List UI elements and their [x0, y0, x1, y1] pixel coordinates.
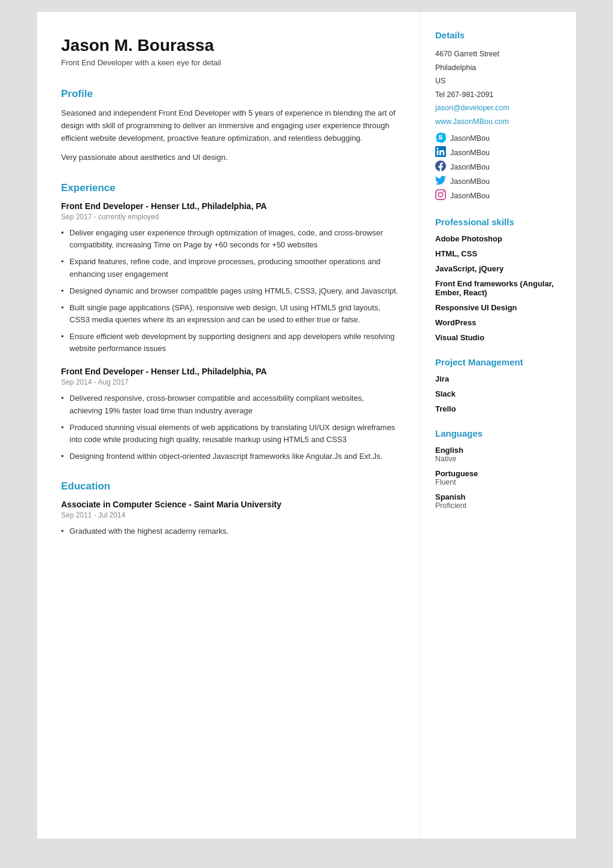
- job-block-1: Front End Developer - Henser Ltd., Phila…: [61, 201, 399, 355]
- language-level: Native: [435, 455, 561, 463]
- bullet-item: Produced stunning visual elements of web…: [61, 422, 399, 446]
- project-management-title: Project Management: [435, 357, 561, 367]
- facebook-handle: JasonMBou: [450, 163, 490, 171]
- skill-item: Visual Studio: [435, 333, 561, 342]
- job-bullets-2: Delivered responsive, cross-browser comp…: [61, 392, 399, 462]
- edu-bullets-1: Graduated with the highest academy remar…: [61, 525, 399, 537]
- language-name: Spanish: [435, 492, 561, 501]
- edu-bullet-item: Graduated with the highest academy remar…: [61, 525, 399, 537]
- social-row-instagram: JasonMBou: [435, 189, 561, 202]
- skype-handle: JasonMBou: [450, 134, 490, 143]
- bullet-item: Deliver engaging user experience through…: [61, 227, 399, 251]
- socials-list: JasonMBouJasonMBouJasonMBouJasonMBouJaso…: [435, 132, 561, 202]
- linkedin-handle: JasonMBou: [450, 149, 490, 157]
- tool-item: Jira: [435, 374, 561, 383]
- bullet-item: Delivered responsive, cross-browser comp…: [61, 392, 399, 416]
- languages-list: EnglishNativePortugueseFluentSpanishProf…: [435, 446, 561, 510]
- skill-item: Front End frameworks (Angular, Ember, Re…: [435, 279, 561, 297]
- skill-item: Responsive UI Design: [435, 303, 561, 312]
- professional-skills-title: Professional skills: [435, 217, 561, 227]
- profile-paragraph-2: Very passionate about aesthetics and UI …: [61, 152, 399, 164]
- job-block-2: Front End Developer - Henser Ltd., Phila…: [61, 367, 399, 462]
- facebook-icon: [435, 161, 446, 173]
- bullet-item: Expand features, refine code, and improv…: [61, 256, 399, 280]
- job-dates-2: Sep 2014 - Aug 2017: [61, 378, 399, 386]
- languages-title: Languages: [435, 428, 561, 438]
- language-level: Proficient: [435, 501, 561, 510]
- job-bullets-1: Deliver engaging user experience through…: [61, 227, 399, 355]
- side-column: Details 4670 Garrett Street Philadelphia…: [420, 12, 576, 839]
- skill-item: HTML, CSS: [435, 249, 561, 258]
- bullet-item: Built single page applications (SPA), re…: [61, 302, 399, 326]
- skill-item: Adobe Photoshop: [435, 234, 561, 243]
- instagram-icon: [435, 189, 446, 202]
- details-section-title: Details: [435, 30, 561, 40]
- address-line1: 4670 Garrett Street: [435, 47, 561, 61]
- edu-title-1: Associate in Computer Science - Saint Ma…: [61, 500, 399, 509]
- job-title-1: Front End Developer - Henser Ltd., Phila…: [61, 201, 399, 211]
- profile-section-title: Profile: [61, 88, 399, 100]
- education-block-1: Associate in Computer Science - Saint Ma…: [61, 500, 399, 537]
- bullet-item: Designing frontend within object-oriente…: [61, 450, 399, 462]
- tel: Tel 267-981-2091: [435, 88, 561, 102]
- address-line2: Philadelphia: [435, 61, 561, 75]
- profile-paragraph-1: Seasoned and independent Front End Devel…: [61, 107, 399, 144]
- language-name: Portuguese: [435, 469, 561, 478]
- twitter-icon: [435, 175, 446, 187]
- resume-container: Jason M. Bourassa Front End Developer wi…: [37, 12, 576, 839]
- main-column: Jason M. Bourassa Front End Developer wi…: [37, 12, 420, 839]
- job-title-2: Front End Developer - Henser Ltd., Phila…: [61, 367, 399, 376]
- instagram-handle: JasonMBou: [450, 192, 490, 200]
- tools-list: JiraSlackTrello: [435, 374, 561, 413]
- language-name: English: [435, 446, 561, 455]
- social-row-linkedin: JasonMBou: [435, 146, 561, 159]
- job-dates-1: Sep 2017 - currently employed: [61, 213, 399, 221]
- skype-icon: [435, 132, 446, 144]
- address-line3: US: [435, 74, 561, 88]
- education-section-title: Education: [61, 480, 399, 492]
- tool-item: Slack: [435, 389, 561, 398]
- skills-list: Adobe PhotoshopHTML, CSSJavaScript, jQue…: [435, 234, 561, 342]
- skill-item: JavaScript, jQuery: [435, 264, 561, 273]
- tool-item: Trello: [435, 404, 561, 413]
- social-row-skype: JasonMBou: [435, 132, 561, 144]
- linkedin-icon: [435, 146, 446, 159]
- experience-section-title: Experience: [61, 182, 399, 194]
- email-link[interactable]: jason@developer.com: [435, 101, 561, 115]
- candidate-tagline: Front End Developer with a keen eye for …: [61, 58, 399, 67]
- twitter-handle: JasonMBou: [450, 177, 490, 186]
- candidate-name: Jason M. Bourassa: [61, 36, 399, 55]
- website-link[interactable]: www.JasonMBou.com: [435, 115, 561, 129]
- bullet-item: Ensure efficient web development by supp…: [61, 331, 399, 355]
- skill-item: WordPress: [435, 318, 561, 327]
- social-row-facebook: JasonMBou: [435, 161, 561, 173]
- language-level: Fluent: [435, 478, 561, 486]
- bullet-item: Designed dynamic and browser compatible …: [61, 285, 399, 297]
- social-row-twitter: JasonMBou: [435, 175, 561, 187]
- edu-dates-1: Sep 2011 - Jul 2014: [61, 511, 399, 519]
